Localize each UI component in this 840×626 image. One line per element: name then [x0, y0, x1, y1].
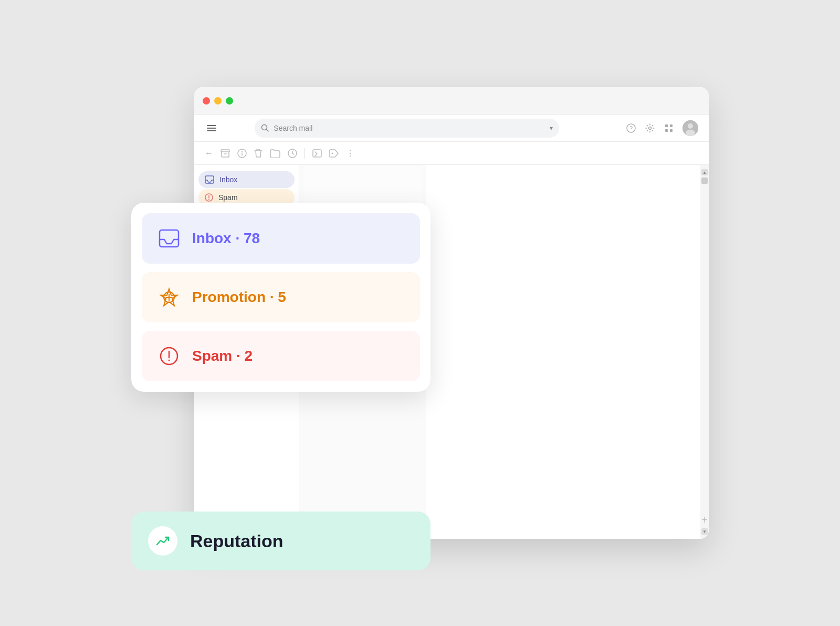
promotion-card-label: Promotion · 5: [192, 289, 286, 306]
svg-point-18: [332, 152, 333, 154]
toolbar-divider: [304, 148, 305, 159]
sidebar-item-inbox[interactable]: Inbox: [198, 171, 295, 188]
user-avatar[interactable]: [682, 120, 698, 136]
scene: Search mail ▾ ?: [131, 56, 709, 570]
spam-card-label: Spam · 2: [192, 348, 253, 364]
svg-rect-8: [670, 129, 673, 132]
svg-point-15: [242, 151, 243, 152]
scroll-add-btn[interactable]: +: [701, 514, 708, 526]
traffic-light-red[interactable]: [203, 97, 210, 105]
svg-rect-12: [221, 150, 229, 152]
promotion-card[interactable]: Promotion · 5: [142, 272, 420, 322]
inbox-icon: [205, 175, 214, 184]
spam-icon: [205, 193, 213, 202]
scroll-up-btn[interactable]: ▲: [701, 169, 708, 175]
inbox-card[interactable]: Inbox · 78: [142, 213, 420, 264]
browser-titlebar: [194, 87, 709, 114]
scrollbar[interactable]: ▲ + ▼: [700, 165, 709, 539]
svg-rect-7: [665, 129, 668, 132]
delete-icon[interactable]: [254, 149, 262, 158]
label-icon[interactable]: [329, 149, 339, 158]
info-icon[interactable]: [237, 149, 247, 158]
reputation-card[interactable]: Reputation: [131, 512, 430, 570]
svg-rect-5: [665, 124, 668, 127]
svg-text:?: ?: [629, 125, 633, 131]
inbox-card-label: Inbox · 78: [192, 230, 260, 247]
scroll-thumb[interactable]: [701, 178, 708, 184]
reputation-icon-circle: [148, 526, 177, 556]
help-icon[interactable]: ?: [626, 123, 636, 133]
svg-point-27: [169, 360, 170, 361]
browser-icon-group: ?: [626, 120, 698, 136]
more-icon[interactable]: ⋮: [346, 148, 354, 158]
settings-icon[interactable]: [645, 123, 655, 133]
hamburger-menu-icon[interactable]: [205, 123, 218, 133]
floating-panel: Inbox · 78 Promotion · 5 S: [131, 203, 430, 392]
promotion-card-icon-wrapper: [156, 285, 182, 310]
spam-label: Spam: [218, 193, 238, 202]
inbox-card-icon: [159, 229, 180, 248]
spam-card[interactable]: Spam · 2: [142, 331, 420, 381]
spam-card-icon-wrapper: [156, 343, 182, 369]
traffic-light-green[interactable]: [226, 97, 233, 105]
svg-point-10: [688, 123, 693, 129]
promotion-card-icon: [159, 287, 180, 308]
move-icon[interactable]: [312, 149, 322, 158]
scroll-down-btn[interactable]: ▼: [701, 528, 708, 535]
inbox-label: Inbox: [219, 175, 237, 184]
reputation-label: Reputation: [190, 531, 284, 551]
inbox-card-icon-wrapper: [156, 226, 182, 251]
svg-point-22: [208, 199, 209, 200]
folder-icon[interactable]: [270, 149, 280, 158]
svg-point-4: [648, 127, 651, 129]
archive-icon[interactable]: [220, 149, 230, 158]
svg-line-1: [267, 129, 269, 131]
email-detail: [426, 165, 700, 539]
email-row-1[interactable]: [303, 166, 422, 193]
browser-toolbar: Search mail ▾ ?: [194, 114, 709, 142]
search-icon: [261, 124, 269, 132]
traffic-light-yellow[interactable]: [214, 97, 222, 105]
svg-rect-6: [670, 124, 673, 127]
search-placeholder-text: Search mail: [274, 124, 545, 132]
back-icon[interactable]: ←: [205, 149, 213, 158]
svg-point-11: [686, 130, 695, 136]
search-dropdown-arrow[interactable]: ▾: [550, 124, 553, 132]
spam-card-icon: [159, 346, 179, 366]
reputation-trend-icon: [155, 533, 171, 549]
search-bar[interactable]: Search mail ▾: [255, 119, 559, 138]
snooze-icon[interactable]: [288, 149, 297, 158]
action-toolbar: ←: [194, 142, 709, 165]
apps-icon[interactable]: [664, 123, 674, 133]
